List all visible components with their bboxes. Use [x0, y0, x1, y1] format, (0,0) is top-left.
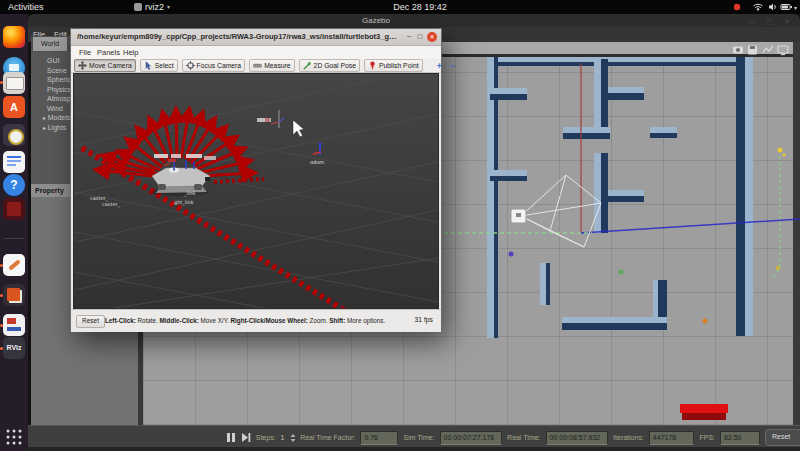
menu-help[interactable]: Help: [123, 48, 138, 57]
rtf-label: Real Time Factor:: [300, 434, 355, 441]
tf-label: caster_: [102, 201, 121, 208]
dock-separator: [4, 238, 24, 239]
doc-line-icon: [7, 164, 16, 166]
tool-label: Move Camera: [89, 62, 132, 69]
tf-label: odom: [310, 159, 324, 165]
tool-publish-point[interactable]: Publish Point: [364, 59, 423, 72]
speaker-icon: [8, 129, 24, 145]
clock[interactable]: Dec 28 19:42: [360, 1, 480, 13]
doc-line-icon: [7, 156, 21, 158]
menu-panels[interactable]: Panels: [97, 48, 120, 57]
robot-model: [150, 168, 210, 197]
window-right-border: [793, 42, 800, 425]
close-button[interactable]: ✕: [784, 17, 790, 27]
thumbnail-icon: [7, 318, 16, 324]
tree-item-label: Lights: [48, 124, 67, 131]
folder-icon: [6, 77, 24, 90]
book-icon: [7, 288, 20, 301]
real-time-field: 00 00:08:57.932: [546, 431, 609, 445]
minimize-button[interactable]: —: [748, 17, 755, 27]
documentation-icon[interactable]: [3, 284, 25, 306]
real-time-label: Real Time:: [507, 434, 540, 441]
tab-world[interactable]: World: [33, 37, 67, 51]
camera-capture-icon[interactable]: [733, 47, 743, 54]
focused-app-indicator[interactable]: rviz2 ▾: [134, 1, 170, 13]
save-icon[interactable]: [748, 46, 757, 55]
gazebo-title-bar[interactable]: Gazebo — ▢ ✕: [28, 14, 800, 27]
grid-icon: [7, 430, 22, 445]
show-applications-button[interactable]: [5, 428, 23, 446]
tool-select[interactable]: Select: [140, 59, 178, 72]
thumbnail-icon: [7, 327, 21, 331]
help-icon[interactable]: ?: [3, 174, 25, 196]
viewport-help-text: Left-Click: Rotate. Middle-Click: Move X…: [105, 317, 385, 324]
sim-time-label: Sim Time:: [403, 434, 434, 441]
help-text: Move X/Y.: [199, 317, 231, 324]
plot-icon[interactable]: [763, 46, 773, 53]
text-editor-icon[interactable]: [3, 254, 25, 276]
menu-file[interactable]: File: [79, 48, 91, 57]
rhythmbox-icon[interactable]: [3, 124, 25, 146]
tool-move-camera[interactable]: Move Camera: [74, 59, 136, 72]
reset-button[interactable]: Reset: [76, 315, 105, 328]
help-bold: Right-Click/Mouse Wheel:: [231, 317, 308, 324]
tool-measure[interactable]: Measure: [249, 59, 294, 72]
tf-label: ght_link: [174, 199, 194, 206]
libreoffice-writer-icon[interactable]: [3, 151, 25, 173]
steps-label: Steps:: [256, 434, 276, 441]
cursor-icon: [144, 61, 153, 70]
rtf-field: 0.76: [360, 431, 398, 445]
chevron-down-icon: ▾: [794, 4, 797, 11]
fps-counter: 31 fps: [414, 316, 433, 323]
help-bold: Middle-Click:: [160, 317, 199, 324]
add-tool-button[interactable]: +: [435, 61, 444, 71]
files-icon[interactable]: [3, 72, 25, 94]
pencil-icon: [8, 259, 21, 270]
tool-label: Measure: [264, 62, 290, 69]
rviz-window-title: /home/keyur/empm809y_cpp/Cpp_projects/RW…: [77, 32, 397, 41]
rviz-status-bar: Reset Left-Click: Rotate. Middle-Click: …: [71, 309, 441, 332]
tool-label: Publish Point: [379, 62, 419, 69]
volume-icon: [769, 4, 775, 11]
steps-value[interactable]: 1: [281, 434, 285, 441]
remove-tool-button[interactable]: −: [448, 61, 457, 71]
step-button[interactable]: [241, 432, 250, 443]
help-bold: Shift:: [329, 317, 345, 324]
rviz-dock-icon[interactable]: RViz: [3, 337, 25, 359]
reset-time-button[interactable]: Reset Time: [765, 429, 800, 446]
maximize-button[interactable]: ▢: [417, 31, 423, 41]
minimize-button[interactable]: –: [407, 31, 411, 41]
recording-indicator-icon: [734, 4, 740, 10]
rviz-title-bar[interactable]: /home/keyur/empm809y_cpp/Cpp_projects/RW…: [71, 29, 441, 46]
tree-item-label: Models: [48, 114, 71, 121]
move-icon: [78, 61, 87, 70]
system-tray[interactable]: ▾: [731, 2, 797, 12]
battery-icon: [781, 5, 792, 10]
rviz-3d-viewport[interactable]: caster_ caster_ _link ght_link odom: [73, 73, 439, 309]
envelope-icon: [9, 64, 19, 71]
sim-time-field: 00 00:07:27.178: [440, 431, 503, 445]
rviz-toolbar: Move Camera Select Focus Camera Measure …: [71, 59, 441, 73]
wifi-icon: [754, 4, 763, 10]
rviz-scene: caster_ caster_ _link ght_link odom: [74, 74, 438, 308]
pause-button[interactable]: [226, 432, 236, 443]
render-toolbar: [733, 44, 791, 56]
gazebo-status-bar: Steps: 1 Real Time Factor: 0.76 Sim Time…: [28, 425, 800, 448]
tool-label: 2D Goal Pose: [314, 62, 356, 69]
tool-focus-camera[interactable]: Focus Camera: [182, 59, 246, 72]
screen-record-icon[interactable]: [778, 46, 788, 55]
activities-button[interactable]: Activities: [8, 1, 44, 13]
help-bold: Left-Click:: [105, 317, 136, 324]
dock: A ? RViz: [0, 14, 28, 451]
document-viewer-icon[interactable]: [3, 314, 25, 336]
firefox-icon[interactable]: [3, 26, 25, 48]
spinner-arrows[interactable]: [290, 433, 296, 443]
screen-recorder-icon[interactable]: [3, 198, 25, 220]
screen: Activities rviz2 ▾ Dec 28 19:42 ▾: [0, 0, 800, 451]
ubuntu-software-icon[interactable]: A: [3, 96, 25, 118]
help-text: Zoom.: [308, 317, 329, 324]
tool-2d-goal-pose[interactable]: 2D Goal Pose: [299, 59, 360, 72]
close-button[interactable]: ✕: [427, 32, 437, 42]
crosshair-icon: [186, 61, 195, 70]
maximize-button[interactable]: ▢: [765, 17, 772, 27]
